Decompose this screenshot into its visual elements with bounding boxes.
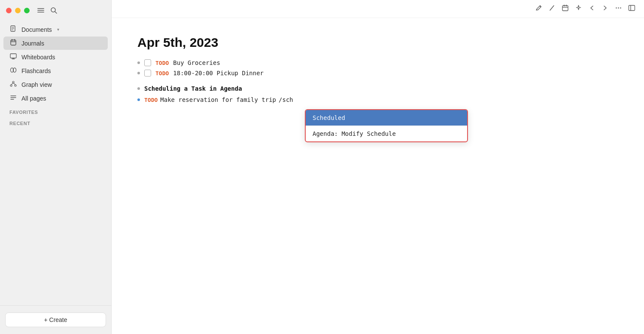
- svg-rect-0: [37, 8, 44, 9]
- documents-icon: [9, 25, 17, 34]
- svg-point-30: [618, 7, 619, 8]
- maximize-button[interactable]: [24, 8, 30, 13]
- dropdown-border: Scheduled Agenda: Modify Schedule: [305, 109, 468, 142]
- graph-icon: [9, 80, 17, 89]
- inline-bullet: [137, 98, 140, 101]
- all-pages-label: All pages: [21, 95, 46, 102]
- sidebar-item-graph-view[interactable]: Graph view: [3, 78, 108, 91]
- svg-rect-13: [10, 54, 16, 58]
- create-button[interactable]: + Create: [5, 313, 106, 327]
- journals-label: Journals: [21, 40, 44, 47]
- checkbox-1[interactable]: [144, 59, 151, 66]
- todo-tag-1: TODO: [155, 60, 169, 66]
- flashcards-label: Flashcards: [21, 67, 51, 74]
- arrow-right-icon[interactable]: [601, 4, 609, 13]
- whiteboards-label: Whiteboards: [21, 54, 55, 61]
- svg-rect-9: [11, 40, 16, 45]
- sidebar-item-documents[interactable]: Documents ▾: [3, 23, 108, 36]
- sidebar-item-whiteboards[interactable]: Whiteboards: [3, 50, 108, 64]
- favorites-section-label: FAVORITES: [0, 105, 111, 116]
- section-bullet: [137, 87, 140, 90]
- svg-rect-25: [562, 6, 568, 11]
- bullet-1: [137, 61, 140, 64]
- flashcards-icon: [9, 67, 17, 75]
- section-heading-text: Scheduling a Task in Agenda: [144, 85, 242, 92]
- svg-line-4: [55, 12, 57, 13]
- search-icon[interactable]: [50, 7, 57, 14]
- inline-todo-text: Make reservation for family trip: [160, 96, 276, 103]
- toolbar: [112, 0, 644, 18]
- sidebar-item-flashcards[interactable]: Flashcards: [3, 64, 108, 77]
- documents-label: Documents: [21, 26, 52, 33]
- svg-rect-7: [12, 28, 14, 29]
- minimize-button[interactable]: [15, 8, 21, 13]
- graph-view-label: Graph view: [21, 81, 52, 88]
- svg-line-24: [550, 6, 554, 10]
- svg-rect-8: [12, 30, 13, 30]
- svg-rect-2: [37, 12, 44, 13]
- inline-text: TODO Make reservation for family trip /s…: [144, 96, 293, 103]
- journals-icon: [9, 39, 17, 47]
- section-heading: Scheduling a Task in Agenda: [137, 85, 618, 92]
- all-pages-icon: [9, 94, 17, 102]
- svg-point-18: [12, 81, 14, 83]
- todo-list: TODO Buy Groceries TODO 18:00-20:00 Pick…: [137, 59, 618, 77]
- svg-point-31: [620, 7, 621, 8]
- sidebar: Documents ▾ Journals Whiteboards Flashca…: [0, 0, 112, 334]
- hamburger-icon[interactable]: [37, 7, 44, 14]
- todo-item-2: TODO 18:00-20:00 Pickup Dinner: [137, 70, 618, 77]
- svg-line-22: [13, 83, 15, 85]
- close-button[interactable]: [6, 8, 12, 13]
- ellipsis-icon[interactable]: [615, 4, 622, 13]
- sidebar-nav: Documents ▾ Journals Whiteboards Flashca…: [0, 21, 111, 305]
- checkbox-2[interactable]: [144, 70, 151, 77]
- todo-tag-2: TODO: [155, 70, 169, 77]
- slash-icon[interactable]: [548, 4, 556, 13]
- page-title: Apr 5th, 2023: [137, 35, 618, 50]
- sidebar-toggle-icon[interactable]: [628, 4, 635, 13]
- main-area: Apr 5th, 2023 TODO Buy Groceries TODO 18…: [112, 0, 644, 334]
- inline-typed[interactable]: /sch: [279, 96, 293, 103]
- sparkle-icon[interactable]: [575, 4, 582, 13]
- svg-point-19: [10, 85, 12, 86]
- svg-rect-1: [37, 10, 44, 11]
- inline-todo-row: TODO Make reservation for family trip /s…: [137, 96, 618, 103]
- pencil-icon[interactable]: [535, 4, 542, 13]
- svg-point-20: [15, 85, 16, 86]
- sidebar-item-all-pages[interactable]: All pages: [3, 92, 108, 105]
- bullet-2: [137, 72, 140, 74]
- svg-line-21: [11, 83, 13, 85]
- page-content: Apr 5th, 2023 TODO Buy Groceries TODO 18…: [112, 18, 644, 334]
- arrow-left-icon[interactable]: [588, 4, 595, 13]
- svg-rect-32: [629, 6, 635, 11]
- command-dropdown: Scheduled Agenda: Modify Schedule: [305, 109, 468, 142]
- recent-section-label: RECENT: [0, 116, 111, 128]
- todo-text-1: Buy Groceries: [173, 59, 220, 66]
- whiteboards-icon: [9, 53, 17, 61]
- sidebar-footer: + Create: [0, 305, 111, 334]
- sidebar-item-journals[interactable]: Journals: [3, 37, 108, 50]
- inline-todo-tag: TODO: [144, 97, 158, 103]
- todo-text-2: 18:00-20:00 Pickup Dinner: [173, 70, 264, 77]
- calendar-icon[interactable]: [562, 4, 569, 13]
- documents-chevron: ▾: [57, 27, 59, 32]
- svg-point-29: [616, 7, 617, 8]
- dropdown-item-agenda-modify[interactable]: Agenda: Modify Schedule: [306, 126, 467, 141]
- todo-item-1: TODO Buy Groceries: [137, 59, 618, 66]
- window-controls: [0, 0, 111, 21]
- svg-rect-6: [12, 27, 14, 28]
- dropdown-item-scheduled[interactable]: Scheduled: [306, 110, 467, 126]
